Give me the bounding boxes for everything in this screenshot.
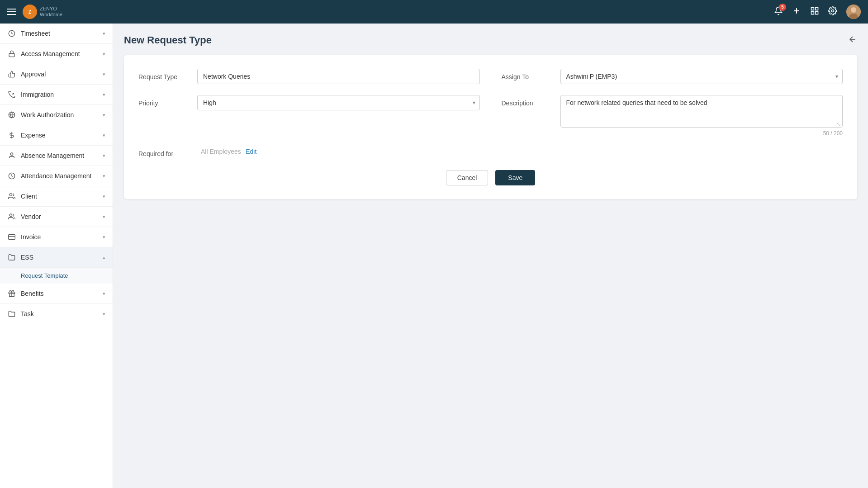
sidebar-sub-item-request-template[interactable]: Request Template bbox=[0, 268, 113, 284]
sidebar-item-invoice[interactable]: Invoice ▾ bbox=[0, 227, 113, 247]
sidebar: Timesheet ▾ Access Management ▾ Approval… bbox=[0, 24, 113, 488]
priority-select-wrapper: Low Medium High Critical ▾ bbox=[197, 95, 480, 110]
chevron-down-icon: ▾ bbox=[103, 234, 105, 240]
chevron-down-icon: ▾ bbox=[103, 133, 105, 138]
sidebar-item-label: Access Management bbox=[21, 50, 80, 57]
benefits-icon bbox=[7, 289, 16, 298]
svg-rect-21 bbox=[9, 235, 15, 240]
priority-select[interactable]: Low Medium High Critical bbox=[197, 95, 480, 110]
client-icon bbox=[7, 192, 16, 201]
logo: Z ZENYO Workforce bbox=[23, 5, 62, 19]
chevron-down-icon: ▾ bbox=[103, 194, 105, 199]
sidebar-item-benefits[interactable]: Benefits ▾ bbox=[0, 284, 113, 304]
sidebar-item-label: Client bbox=[21, 193, 37, 200]
hamburger-menu[interactable] bbox=[7, 9, 16, 15]
request-type-input[interactable] bbox=[197, 69, 480, 84]
sidebar-item-immigration[interactable]: Immigration ▾ bbox=[0, 85, 113, 105]
svg-rect-5 bbox=[816, 7, 818, 10]
save-button[interactable]: Save bbox=[495, 170, 535, 185]
add-icon[interactable] bbox=[792, 6, 801, 18]
form-top-grid: Request Type Assign To Ashwini P (EMP3) … bbox=[138, 69, 843, 137]
chevron-down-icon: ▾ bbox=[103, 92, 105, 98]
assign-to-label: Assign To bbox=[502, 69, 560, 81]
vendor-icon bbox=[7, 212, 16, 221]
required-for-value-wrapper: All Employees Edit bbox=[201, 147, 256, 156]
avatar[interactable] bbox=[846, 5, 861, 19]
sidebar-item-timesheet[interactable]: Timesheet ▾ bbox=[0, 24, 113, 44]
sidebar-item-label: ESS bbox=[21, 254, 33, 261]
assign-to-select-wrapper: Ashwini P (EMP3) ▾ bbox=[560, 69, 843, 84]
layout: Timesheet ▾ Access Management ▾ Approval… bbox=[0, 24, 868, 488]
topnav-left: Z ZENYO Workforce bbox=[7, 5, 62, 19]
description-control: For network related queries that need to… bbox=[560, 95, 843, 137]
sidebar-item-label: Vendor bbox=[21, 213, 41, 220]
sidebar-item-work-authorization[interactable]: Work Authorization ▾ bbox=[0, 105, 113, 125]
globe-icon bbox=[7, 110, 16, 119]
required-for-value: All Employees bbox=[201, 148, 241, 155]
timesheet-icon bbox=[7, 29, 16, 38]
sidebar-item-label: Expense bbox=[21, 132, 45, 139]
required-for-label: Required for bbox=[138, 146, 197, 157]
ess-icon bbox=[7, 253, 16, 262]
required-for-edit-link[interactable]: Edit bbox=[246, 148, 256, 155]
topnav-right: 5 bbox=[774, 5, 861, 19]
invoice-icon bbox=[7, 232, 16, 242]
sidebar-item-attendance-management[interactable]: Attendance Management ▾ bbox=[0, 166, 113, 186]
chevron-down-icon: ▾ bbox=[103, 214, 105, 220]
description-label: Description bbox=[502, 95, 560, 107]
sidebar-item-label: Work Authorization bbox=[21, 111, 74, 118]
request-type-row: Request Type bbox=[138, 69, 480, 84]
svg-point-8 bbox=[832, 9, 834, 12]
description-textarea[interactable]: For network related queries that need to… bbox=[560, 95, 843, 128]
zenyo-logo-svg: Z bbox=[25, 7, 35, 17]
required-for-row: Required for All Employees Edit bbox=[138, 146, 843, 157]
priority-label: Priority bbox=[138, 95, 197, 107]
notification-badge: 5 bbox=[779, 4, 786, 11]
sidebar-item-label: Benefits bbox=[21, 290, 44, 297]
priority-control: Low Medium High Critical ▾ bbox=[197, 95, 480, 110]
sidebar-item-approval[interactable]: Approval ▾ bbox=[0, 64, 113, 85]
textarea-wrapper: For network related queries that need to… bbox=[560, 95, 843, 129]
back-button[interactable] bbox=[848, 35, 857, 46]
sidebar-item-access-management[interactable]: Access Management ▾ bbox=[0, 44, 113, 64]
grid-icon[interactable] bbox=[810, 6, 819, 18]
sidebar-item-task[interactable]: Task ▾ bbox=[0, 304, 113, 324]
chevron-down-icon: ▾ bbox=[103, 291, 105, 297]
assign-to-select[interactable]: Ashwini P (EMP3) bbox=[560, 69, 843, 84]
sidebar-item-expense[interactable]: Expense ▾ bbox=[0, 125, 113, 146]
svg-point-20 bbox=[9, 214, 12, 216]
form-actions: Cancel Save bbox=[138, 170, 843, 185]
svg-rect-13 bbox=[9, 53, 14, 57]
expense-icon bbox=[7, 131, 16, 140]
request-type-label: Request Type bbox=[138, 69, 197, 81]
task-icon bbox=[7, 309, 16, 318]
sidebar-item-label: Attendance Management bbox=[21, 172, 91, 180]
chevron-down-icon: ▾ bbox=[103, 311, 105, 317]
sidebar-item-vendor[interactable]: Vendor ▾ bbox=[0, 207, 113, 227]
approval-icon bbox=[7, 70, 16, 79]
sidebar-item-absence-management[interactable]: Absence Management ▾ bbox=[0, 146, 113, 166]
page-title: New Request Type bbox=[124, 34, 212, 46]
svg-point-19 bbox=[9, 194, 12, 196]
immigration-icon bbox=[7, 90, 16, 99]
description-row: Description For network related queries … bbox=[502, 95, 843, 137]
sidebar-item-label: Immigration bbox=[21, 91, 54, 98]
sub-item-label: Request Template bbox=[21, 272, 68, 279]
resize-handle-icon: ⤡ bbox=[836, 121, 841, 128]
logo-name: ZENYO bbox=[40, 6, 62, 12]
priority-row: Priority Low Medium High Critical ▾ bbox=[138, 95, 480, 137]
sidebar-item-ess[interactable]: ESS ▴ bbox=[0, 247, 113, 268]
logo-text: ZENYO Workforce bbox=[40, 6, 62, 18]
settings-icon[interactable] bbox=[828, 6, 837, 18]
cancel-button[interactable]: Cancel bbox=[446, 170, 489, 185]
topnav: Z ZENYO Workforce 5 bbox=[0, 0, 868, 24]
svg-rect-7 bbox=[816, 11, 818, 14]
notification-icon[interactable]: 5 bbox=[774, 6, 783, 18]
main-content: New Request Type Request Type Assign To bbox=[113, 24, 868, 488]
lock-icon bbox=[7, 49, 16, 58]
chevron-down-icon: ▾ bbox=[103, 173, 105, 179]
chevron-down-icon: ▾ bbox=[103, 153, 105, 159]
sidebar-item-client[interactable]: Client ▾ bbox=[0, 186, 113, 207]
chevron-up-icon: ▴ bbox=[103, 255, 105, 261]
attendance-icon bbox=[7, 171, 16, 180]
